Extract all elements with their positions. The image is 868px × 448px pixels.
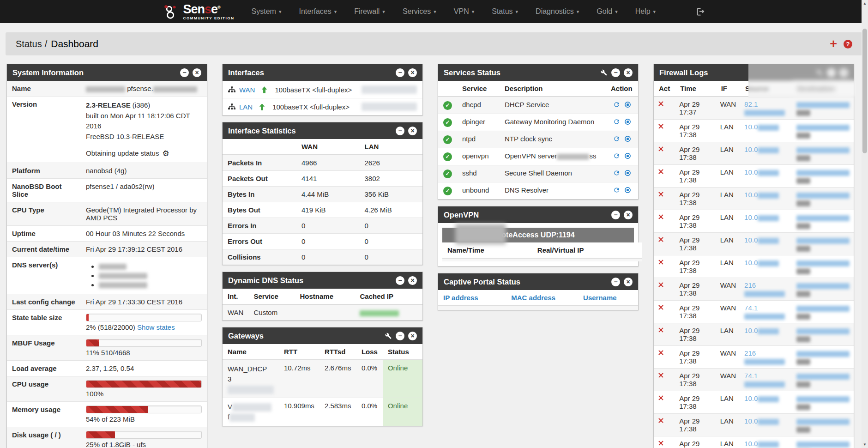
- stop-service-icon[interactable]: [624, 187, 631, 195]
- block-icon[interactable]: [658, 282, 664, 288]
- help-icon[interactable]: [844, 40, 852, 48]
- block-icon[interactable]: [658, 418, 664, 424]
- table-row: Collisions 0 0: [223, 249, 422, 265]
- page-scrollbar[interactable]: [862, 0, 868, 448]
- block-icon[interactable]: [658, 350, 664, 356]
- close-icon[interactable]: [624, 211, 633, 219]
- pfsense-logo[interactable]: Sense® COMMUNITY EDITION: [163, 3, 235, 20]
- block-icon[interactable]: [658, 214, 664, 220]
- log-source-link[interactable]: 74.1: [744, 304, 758, 312]
- block-icon[interactable]: [658, 327, 664, 333]
- block-icon[interactable]: [658, 236, 664, 242]
- close-icon[interactable]: [624, 278, 633, 286]
- log-source-link[interactable]: 74.1: [744, 372, 758, 380]
- minimize-icon[interactable]: [396, 68, 404, 77]
- scroll-down-icon[interactable]: [862, 441, 868, 448]
- log-source-link[interactable]: 10.0: [744, 191, 758, 199]
- block-icon[interactable]: [658, 101, 664, 107]
- minimize-icon[interactable]: [396, 332, 404, 340]
- minimize-icon[interactable]: [180, 68, 189, 77]
- panel-services-status: Services Status Service Description Acti…: [438, 64, 639, 200]
- log-source-link[interactable]: 10.0: [744, 394, 758, 402]
- firewall-log-row: Apr 29 17:38 LAN 10.0: [654, 188, 854, 210]
- close-icon[interactable]: [408, 332, 417, 340]
- nav-menu-item[interactable]: Firewall: [345, 0, 394, 23]
- firewall-log-row: Apr 29 17:38 WAN 216: [654, 278, 854, 301]
- minimize-icon[interactable]: [611, 68, 620, 77]
- breadcrumb-section[interactable]: Status: [16, 39, 42, 49]
- log-source-link[interactable]: 10.0: [744, 417, 758, 425]
- nav-menu-item[interactable]: VPN: [445, 0, 483, 23]
- nav-menu-item[interactable]: System: [243, 0, 290, 23]
- block-icon[interactable]: [658, 372, 664, 378]
- block-icon[interactable]: [658, 440, 664, 446]
- log-source-link[interactable]: 82.1: [744, 100, 758, 108]
- nav-menu-item[interactable]: Gold: [588, 0, 626, 23]
- restart-service-icon[interactable]: [613, 135, 620, 144]
- stop-service-icon[interactable]: [624, 118, 631, 127]
- stop-service-icon[interactable]: [624, 152, 631, 161]
- show-states-link[interactable]: Show states: [137, 323, 175, 331]
- service-description: NTP clock sync: [505, 135, 552, 143]
- close-icon[interactable]: [624, 68, 633, 77]
- block-icon[interactable]: [658, 259, 664, 265]
- wrench-icon[interactable]: [385, 333, 392, 339]
- restart-service-icon[interactable]: [613, 152, 620, 161]
- gateways-table: Name RTT RTTsd Loss Status WAN_DHCP3 10.…: [223, 344, 422, 426]
- log-source-link[interactable]: 10.0: [744, 168, 758, 176]
- log-source-link[interactable]: 10.0: [744, 440, 758, 448]
- log-time: Apr 29 17:37: [675, 97, 716, 120]
- table-row: Bytes Out 419 KiB 4.26 MiB: [223, 202, 422, 218]
- sort-header-mac[interactable]: MAC address: [506, 290, 578, 306]
- log-source-link[interactable]: 10.0: [744, 123, 758, 131]
- minimize-icon[interactable]: [396, 276, 404, 285]
- nav-menu-item[interactable]: Services: [394, 0, 445, 23]
- wrench-icon[interactable]: [601, 69, 608, 76]
- logout-button[interactable]: [696, 7, 705, 17]
- scroll-up-icon[interactable]: [862, 0, 868, 7]
- interface-link[interactable]: WAN: [239, 86, 255, 94]
- restart-service-icon[interactable]: [613, 118, 620, 127]
- sort-header-username[interactable]: Username: [578, 290, 638, 306]
- table-row: CPU Type Geode(TM) Integrated Processor …: [7, 202, 207, 225]
- minimize-icon[interactable]: [611, 278, 620, 286]
- redacted-destination: [796, 419, 850, 425]
- stop-service-icon[interactable]: [624, 135, 631, 144]
- minimize-icon[interactable]: [611, 211, 620, 219]
- log-source-link[interactable]: 10.0: [744, 213, 758, 221]
- scrollbar-thumb[interactable]: [862, 29, 867, 153]
- restart-service-icon[interactable]: [613, 101, 620, 109]
- block-icon[interactable]: [658, 304, 664, 310]
- redacted-destination: [796, 328, 850, 334]
- log-source-link[interactable]: 216: [744, 349, 756, 357]
- close-icon[interactable]: [408, 127, 417, 135]
- restart-service-icon[interactable]: [613, 187, 620, 195]
- log-interface: WAN: [716, 346, 740, 369]
- block-icon[interactable]: [658, 146, 664, 152]
- nav-menu-item[interactable]: Interfaces: [290, 0, 345, 23]
- block-icon[interactable]: [658, 169, 664, 175]
- log-source-link[interactable]: 10.0: [744, 327, 758, 334]
- sort-header-ip[interactable]: IP address: [438, 290, 506, 306]
- interface-link[interactable]: LAN: [239, 103, 253, 111]
- log-source-link[interactable]: 10.0: [744, 145, 758, 153]
- log-source-link[interactable]: 10.0: [744, 259, 758, 266]
- close-icon[interactable]: [408, 276, 417, 285]
- close-icon[interactable]: [193, 68, 201, 77]
- add-widget-icon[interactable]: [830, 38, 837, 50]
- log-source-link[interactable]: 216: [744, 281, 756, 289]
- redacted-source: [744, 314, 785, 320]
- nav-menu-item[interactable]: Status: [483, 0, 527, 23]
- stop-service-icon[interactable]: [624, 170, 631, 178]
- minimize-icon[interactable]: [396, 127, 404, 135]
- nav-menu-item[interactable]: Help: [627, 0, 664, 23]
- block-icon[interactable]: [658, 123, 664, 129]
- wan-stat: 0: [296, 249, 360, 265]
- nav-menu-item[interactable]: Diagnostics: [527, 0, 588, 23]
- block-icon[interactable]: [658, 395, 664, 401]
- stop-service-icon[interactable]: [624, 101, 631, 109]
- restart-service-icon[interactable]: [613, 170, 620, 178]
- close-icon[interactable]: [408, 68, 417, 77]
- log-source-link[interactable]: 10.0: [744, 236, 758, 244]
- block-icon[interactable]: [658, 191, 664, 197]
